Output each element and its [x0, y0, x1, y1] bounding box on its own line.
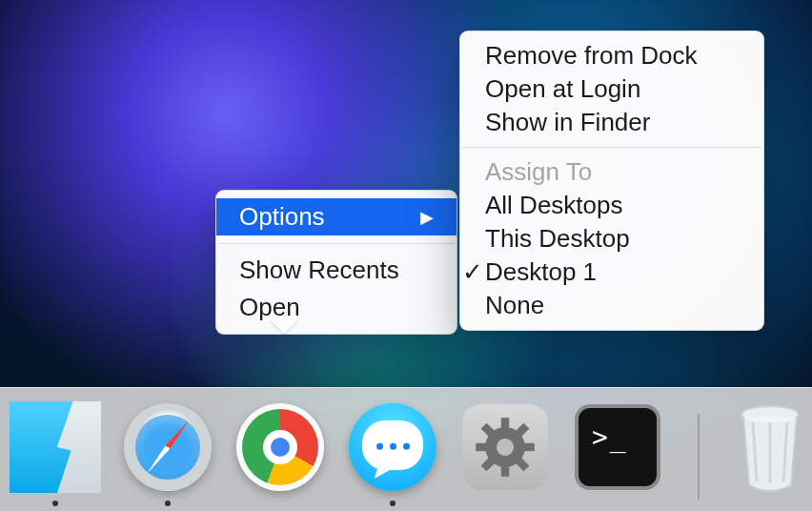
dock-item-chrome[interactable] — [234, 401, 326, 493]
svg-line-7 — [518, 426, 526, 434]
menu-item-label: Desktop 1 — [485, 257, 597, 287]
desktop-wallpaper: >_ Options ▶ Show Recents Open Re — [0, 0, 812, 511]
submenu-item-all-desktops[interactable]: All Desktops — [460, 189, 763, 222]
dock-separator — [698, 414, 700, 500]
running-indicator — [390, 501, 396, 506]
menu-item-label: Open at Login — [485, 74, 640, 104]
menu-separator — [218, 243, 455, 244]
svg-line-8 — [484, 460, 492, 468]
running-indicator — [165, 501, 171, 506]
running-indicator — [52, 501, 58, 506]
dock-item-trash[interactable] — [728, 401, 812, 493]
submenu-item-show-in-finder[interactable]: Show in Finder — [460, 106, 763, 139]
trash-icon — [732, 401, 808, 493]
menu-item-label: All Desktops — [485, 191, 623, 220]
svg-line-6 — [518, 460, 526, 468]
dock-item-settings[interactable] — [459, 401, 551, 493]
submenu-item-none[interactable]: None — [460, 289, 763, 322]
menu-item-options[interactable]: Options ▶ — [216, 198, 457, 235]
dock-item-terminal[interactable]: >_ — [572, 401, 663, 493]
dock-item-finder[interactable] — [10, 401, 101, 493]
svg-line-5 — [484, 426, 492, 434]
submenu-item-desktop-1[interactable]: ✓ Desktop 1 — [460, 256, 763, 289]
svg-point-9 — [497, 439, 514, 456]
section-label: Assign To — [485, 157, 592, 187]
menu-item-show-recents[interactable]: Show Recents — [216, 252, 457, 289]
dock: >_ — [0, 387, 812, 511]
dock-context-menu: Options ▶ Show Recents Open — [215, 190, 457, 335]
submenu-item-this-desktop[interactable]: This Desktop — [460, 222, 763, 256]
menu-item-label: This Desktop — [485, 224, 630, 254]
menu-item-open[interactable]: Open — [216, 289, 457, 326]
terminal-icon: >_ — [575, 404, 660, 490]
dock-item-safari[interactable] — [122, 401, 213, 493]
submenu-arrow-icon: ▶ — [420, 207, 434, 228]
messages-icon — [349, 403, 436, 491]
menu-item-label: Show Recents — [239, 256, 399, 285]
menu-separator — [462, 147, 761, 148]
menu-item-label: None — [485, 291, 544, 320]
chrome-icon — [236, 403, 324, 491]
menu-item-label: Show in Finder — [485, 108, 650, 137]
submenu-item-remove-from-dock[interactable]: Remove from Dock — [460, 39, 763, 72]
submenu-section-assign-to: Assign To — [460, 155, 763, 189]
settings-icon — [462, 404, 548, 490]
menu-item-label: Open — [239, 293, 300, 322]
menu-item-label: Remove from Dock — [485, 41, 698, 71]
finder-icon — [10, 401, 101, 493]
checkmark-icon: ✓ — [460, 257, 485, 287]
menu-item-label: Options — [239, 202, 325, 232]
safari-icon — [124, 403, 212, 491]
submenu-item-open-at-login[interactable]: Open at Login — [460, 72, 763, 106]
options-submenu: Remove from Dock Open at Login Show in F… — [459, 31, 764, 331]
gear-icon — [472, 414, 538, 480]
dock-item-messages[interactable] — [347, 401, 438, 493]
